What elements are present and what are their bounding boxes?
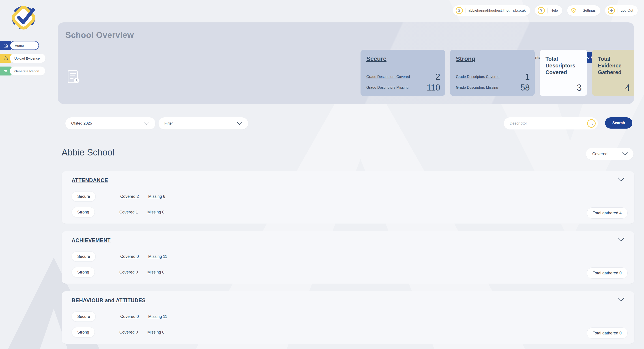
sidebar-item-home[interactable]: Home [0, 41, 46, 50]
stat-cards: Secure Grade Descriptors Covered 2 Grade… [360, 50, 634, 96]
help-icon: ? [538, 7, 545, 14]
stat-row: Grade Descriptors Covered 2 [366, 73, 440, 81]
total-gathered-badge: Total gathered 4 [587, 207, 628, 219]
sidebar-item-label: Upload Evidence [10, 54, 46, 63]
grade-descriptors-covered-link[interactable]: Grade Descriptors Covered [456, 75, 500, 79]
missing-link[interactable]: Missing 11 [148, 314, 167, 319]
missing-link[interactable]: Missing 6 [147, 210, 164, 215]
grade-descriptors-missing-link[interactable]: Grade Descriptors Missing [366, 86, 409, 90]
secure-stat-card: Secure Grade Descriptors Covered 2 Grade… [360, 50, 445, 96]
account-email-pill[interactable]: abbiehannahhughes@hotmail.co.uk [453, 5, 530, 16]
stat-row: Grade Descriptors Covered 1 [456, 73, 530, 81]
total-evidence-gathered-card: Total Evidence Gathered 4 [592, 50, 634, 96]
secure-grade-row: Secure Covered 0 Missing 11 [72, 251, 167, 262]
settings-label: Settings [583, 9, 596, 13]
top-bar: abbiehannahhughes@hotmail.co.uk ? Help ⚙… [453, 5, 638, 16]
section-card-achievement: ACHIEVEMENT Secure Covered 0 Missing 11 … [62, 231, 634, 284]
descriptor-search-input[interactable] [510, 121, 585, 126]
school-overview-panel: School Overview Total Documents Uploaded… [58, 23, 634, 104]
framework-dropdown-value: Ofsted 2025 [71, 121, 92, 126]
grade-descriptors-missing-value: 58 [520, 83, 530, 92]
school-row: Abbie School Covered [62, 146, 634, 160]
pill-divider [466, 8, 466, 14]
covered-link[interactable]: Covered 0 [120, 254, 139, 259]
strong-badge: Strong [72, 267, 95, 277]
help-label: Help [550, 9, 558, 13]
sidebar-item-label: Home [10, 41, 39, 50]
secure-card-title[interactable]: Secure [366, 56, 439, 63]
secure-grade-row: Secure Covered 2 Missing 6 [72, 191, 165, 202]
help-button[interactable]: ? Help [535, 5, 562, 16]
page: abbiehannahhughes@hotmail.co.uk ? Help ⚙… [0, 0, 644, 349]
covered-dropdown[interactable]: Covered [586, 148, 634, 160]
chevron-down-icon [622, 152, 628, 156]
missing-link[interactable]: Missing 6 [147, 270, 164, 275]
pill-divider [618, 8, 618, 14]
stat-row: Grade Descriptors Missing 58 [456, 83, 530, 92]
covered-link[interactable]: Covered 0 [119, 330, 138, 335]
strong-grade-row: Strong Covered 1 Missing 6 [72, 207, 164, 217]
expand-chevron-icon[interactable] [617, 237, 625, 241]
secure-badge: Secure [72, 191, 96, 202]
search-icon[interactable] [587, 119, 596, 128]
filter-dropdown[interactable]: Filter [158, 117, 248, 130]
grade-descriptors-missing-value: 110 [426, 83, 440, 92]
missing-link[interactable]: Missing 11 [148, 254, 167, 259]
sidebar-nav: Home Upload Evidence Generate Report [0, 41, 46, 76]
pill-divider [585, 120, 585, 127]
account-email: abbiehannahhughes@hotmail.co.uk [468, 9, 526, 13]
strong-badge: Strong [72, 327, 95, 337]
grade-descriptors-missing-link[interactable]: Grade Descriptors Missing [456, 86, 498, 90]
descriptor-search-field [504, 117, 598, 130]
filter-dropdown-value: Filter [164, 121, 173, 126]
strong-stat-card: Strong Grade Descriptors Covered 1 Grade… [450, 50, 535, 96]
grade-descriptors-covered-link[interactable]: Grade Descriptors Covered [366, 75, 410, 79]
framework-dropdown[interactable]: Ofsted 2025 [66, 117, 156, 130]
section-title[interactable]: BEHAVIOUR and ATTITUDES [72, 297, 146, 303]
sidebar-item-upload-evidence[interactable]: Upload Evidence [0, 54, 46, 63]
pill-divider [580, 8, 580, 14]
missing-link[interactable]: Missing 6 [147, 330, 164, 335]
covered-link[interactable]: Covered 0 [119, 270, 138, 275]
sidebar-item-label: Generate Report [10, 67, 45, 76]
total-descriptors-title: Total Descriptors Covered [546, 56, 581, 76]
missing-link[interactable]: Missing 6 [148, 194, 165, 199]
covered-link[interactable]: Covered 2 [120, 194, 139, 199]
page-title: School Overview [66, 31, 134, 40]
logout-arrow-icon [608, 7, 615, 14]
search-button[interactable]: Search [605, 117, 632, 129]
total-descriptors-value: 3 [577, 83, 582, 93]
chevron-down-icon [237, 122, 242, 125]
logout-label: Log Out [620, 9, 633, 13]
total-evidence-title: Total Evidence Gathered [598, 56, 630, 76]
section-title[interactable]: ACHIEVEMENT [72, 237, 110, 243]
strong-badge: Strong [72, 207, 95, 217]
expand-chevron-icon[interactable] [617, 297, 625, 301]
total-gathered-badge: Total gathered 0 [587, 327, 628, 339]
strong-grade-row: Strong Covered 0 Missing 6 [72, 267, 164, 277]
secure-grade-row: Secure Covered 0 Missing 11 [72, 311, 167, 322]
strong-grade-row: Strong Covered 0 Missing 6 [72, 327, 164, 337]
logout-button[interactable]: Log Out [605, 5, 638, 16]
secure-badge: Secure [72, 251, 96, 262]
grade-descriptors-covered-value: 1 [525, 73, 530, 81]
sidebar-item-generate-report[interactable]: Generate Report [0, 67, 46, 76]
expand-chevron-icon[interactable] [617, 177, 625, 181]
document-clock-icon [66, 70, 81, 84]
app-logo[interactable] [10, 4, 38, 31]
gear-icon: ⚙ [570, 7, 577, 14]
section-title[interactable]: ATTENDANCE [72, 177, 108, 183]
covered-dropdown-value: Covered [592, 152, 608, 156]
section-divider [58, 136, 634, 136]
secure-badge: Secure [72, 311, 96, 322]
user-icon [456, 7, 463, 14]
section-card-behaviour-attitudes: BEHAVIOUR and ATTITUDES Secure Covered 0… [62, 291, 634, 344]
total-gathered-badge: Total gathered 0 [587, 267, 628, 279]
covered-link[interactable]: Covered 0 [120, 314, 139, 319]
stat-row: Grade Descriptors Missing 110 [366, 83, 440, 92]
strong-card-title[interactable]: Strong [456, 56, 529, 63]
covered-link[interactable]: Covered 1 [119, 210, 138, 215]
total-evidence-value: 4 [625, 83, 630, 93]
total-descriptors-covered-card: Total Descriptors Covered 3 [540, 50, 587, 96]
settings-button[interactable]: ⚙ Settings [567, 5, 600, 16]
